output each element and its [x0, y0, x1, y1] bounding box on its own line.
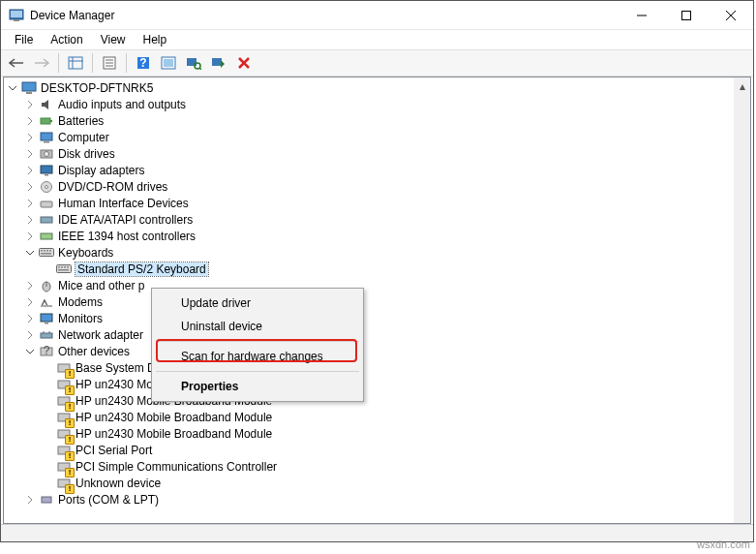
collapse-icon[interactable] — [25, 247, 37, 259]
warn-device-icon: ! — [56, 459, 72, 475]
show-hide-tree-button[interactable] — [64, 52, 87, 74]
root-label: DESKTOP-DFTNRK5 — [41, 81, 153, 95]
maximize-button[interactable] — [664, 1, 709, 30]
device-hp-broadband[interactable]: ! HP un2430 Mobile Broadband Module — [4, 409, 734, 425]
category-keyboards[interactable]: Keyboards — [4, 244, 734, 261]
category-ports[interactable]: Ports (COM & LPT) — [4, 491, 734, 508]
device-unknown[interactable]: ! Unknown device — [4, 475, 734, 491]
properties-button[interactable] — [98, 52, 121, 74]
device-hp-broadband[interactable]: ! HP un2430 Mobile Broadband Module — [4, 376, 734, 392]
scan-hardware-button[interactable] — [182, 52, 205, 74]
other-icon: ? — [39, 344, 54, 359]
category-modems[interactable]: Modems — [4, 293, 734, 310]
expand-icon[interactable] — [25, 313, 37, 324]
expand-icon[interactable] — [25, 99, 37, 110]
category-computer[interactable]: Computer — [4, 129, 734, 145]
device-pci-comm[interactable]: ! PCI Simple Communications Controller — [4, 458, 734, 475]
scroll-up-icon[interactable]: ▴ — [734, 77, 750, 94]
category-label: IDE ATA/ATAPI controllers — [58, 213, 193, 227]
svg-rect-56 — [41, 333, 52, 338]
device-manager-window: Device Manager File Action View Help ? — [0, 0, 754, 542]
expand-icon[interactable] — [25, 165, 37, 176]
spacer — [43, 445, 54, 456]
context-menu-separator — [156, 341, 359, 342]
category-label: Computer — [58, 131, 109, 144]
expand-icon[interactable] — [25, 231, 37, 242]
device-base-system[interactable]: ! Base System De — [4, 359, 734, 376]
svg-rect-47 — [61, 266, 63, 268]
expand-icon[interactable] — [25, 214, 37, 226]
titlebar[interactable]: Device Manager — [1, 1, 753, 30]
category-label: Human Interface Devices — [58, 197, 189, 210]
spacer — [43, 362, 54, 374]
device-tree[interactable]: DESKTOP-DFTNRK5 Audio inputs and outputs… — [4, 77, 734, 523]
collapse-icon[interactable] — [8, 82, 19, 94]
expand-icon[interactable] — [25, 296, 37, 308]
expand-icon[interactable] — [25, 181, 37, 193]
svg-text:?: ? — [139, 56, 146, 70]
category-label: Disk drives — [58, 147, 115, 161]
category-batteries[interactable]: Batteries — [4, 112, 734, 129]
ctx-scan-hardware[interactable]: Scan for hardware changes — [154, 345, 361, 368]
help-button[interactable]: ? — [132, 52, 155, 74]
menu-help[interactable]: Help — [136, 31, 175, 48]
svg-rect-4 — [682, 11, 691, 19]
menu-view[interactable]: View — [93, 31, 134, 48]
back-button[interactable] — [5, 52, 28, 74]
delete-button[interactable] — [232, 52, 256, 74]
root-node[interactable]: DESKTOP-DFTNRK5 — [4, 79, 734, 96]
ieee-icon — [39, 229, 54, 244]
device-standard-ps2-keyboard[interactable]: Standard PS/2 Keyboard — [4, 261, 734, 277]
expand-icon[interactable] — [25, 280, 37, 292]
category-ieee1394[interactable]: IEEE 1394 host controllers — [4, 228, 734, 244]
category-audio[interactable]: Audio inputs and outputs — [4, 96, 734, 112]
category-disk-drives[interactable]: Disk drives — [4, 145, 734, 162]
expand-icon[interactable] — [25, 115, 37, 127]
category-label: Batteries — [58, 114, 104, 128]
vertical-scrollbar[interactable]: ▴ — [734, 77, 750, 523]
ctx-update-driver[interactable]: Update driver — [154, 292, 361, 315]
category-monitors[interactable]: Monitors — [4, 310, 734, 326]
warn-device-icon: ! — [56, 360, 72, 376]
expand-icon[interactable] — [25, 198, 37, 209]
mouse-icon — [39, 278, 54, 293]
svg-rect-39 — [40, 248, 54, 256]
category-mice[interactable]: Mice and other p — [4, 277, 734, 293]
display-icon — [39, 163, 54, 178]
svg-point-35 — [45, 185, 48, 188]
category-dvd[interactable]: DVD/CD-ROM drives — [4, 178, 734, 195]
svg-rect-53 — [41, 305, 52, 307]
category-label: Network adapter — [58, 328, 143, 342]
ctx-uninstall-device[interactable]: Uninstall device — [154, 315, 361, 338]
device-hp-broadband[interactable]: ! HP un2430 Mobile Broadband Module — [4, 425, 734, 442]
device-hp-broadband[interactable]: ! HP un2430 Mobile Broadband Module — [4, 392, 734, 409]
update-driver-button[interactable] — [157, 52, 180, 74]
svg-rect-7 — [69, 57, 82, 69]
minimize-button[interactable] — [620, 1, 664, 30]
expand-icon[interactable] — [25, 148, 37, 160]
keyboard-icon — [56, 262, 72, 277]
uninstall-button[interactable] — [207, 52, 230, 74]
expand-icon[interactable] — [25, 329, 37, 341]
menu-action[interactable]: Action — [43, 31, 90, 48]
svg-rect-26 — [41, 118, 50, 124]
category-label: Display adapters — [58, 164, 144, 177]
dvd-icon — [39, 179, 54, 195]
close-button[interactable] — [709, 1, 753, 30]
collapse-icon[interactable] — [25, 346, 37, 357]
menu-file[interactable]: File — [7, 31, 41, 48]
svg-rect-41 — [44, 250, 45, 252]
expand-icon[interactable] — [25, 132, 37, 143]
device-label: PCI Simple Communications Controller — [76, 460, 277, 474]
device-pci-serial[interactable]: ! PCI Serial Port — [4, 442, 734, 458]
category-ide[interactable]: IDE ATA/ATAPI controllers — [4, 211, 734, 228]
category-hid[interactable]: Human Interface Devices — [4, 195, 734, 211]
category-display-adapters[interactable]: Display adapters — [4, 162, 734, 178]
expand-icon[interactable] — [25, 494, 37, 506]
forward-button[interactable] — [30, 52, 53, 74]
ctx-properties[interactable]: Properties — [154, 375, 361, 398]
category-other-devices[interactable]: ? Other devices — [4, 343, 734, 359]
svg-rect-28 — [41, 133, 52, 140]
device-label: HP un2430 Mobile Broadband Module — [76, 411, 272, 424]
category-network[interactable]: Network adapter — [4, 326, 734, 343]
